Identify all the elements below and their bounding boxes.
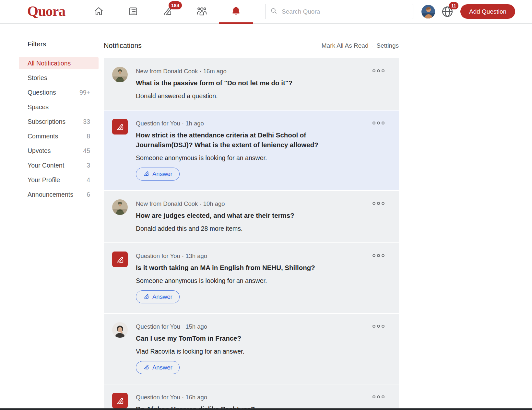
- following-list-icon: [128, 6, 138, 18]
- answer-button[interactable]: Answer: [136, 290, 180, 303]
- dot-icon: [372, 202, 375, 205]
- sidebar-item-spaces[interactable]: Spaces: [19, 101, 99, 113]
- sidebar-item-subscriptions[interactable]: Subscriptions 33: [19, 115, 99, 128]
- question-pencil-icon: [112, 393, 128, 408]
- notification-lead: [112, 67, 128, 100]
- nav-answer[interactable]: 184: [150, 0, 184, 23]
- nav-notifications[interactable]: [219, 0, 253, 23]
- answer-pencil-icon: [143, 293, 149, 301]
- sidebar-item-count: 6: [87, 191, 90, 198]
- quora-logo[interactable]: Quora: [27, 3, 65, 19]
- nav-following[interactable]: [116, 0, 150, 23]
- notification-lead: [112, 252, 128, 303]
- sender-avatar[interactable]: [112, 67, 128, 82]
- notification-title[interactable]: How are judges elected, and what are the…: [136, 211, 350, 220]
- sidebar-item-label: Upvotes: [28, 147, 51, 155]
- sidebar-item-count: 33: [83, 118, 90, 125]
- dot-icon: [372, 395, 375, 398]
- header-actions: Mark All As Read · Settings: [322, 42, 399, 49]
- search-input[interactable]: [281, 8, 409, 16]
- dot-icon: [377, 395, 380, 398]
- sidebar-item-label: Stories: [28, 74, 47, 82]
- sidebar-item-announcements[interactable]: Announcements 6: [19, 188, 99, 201]
- sender-avatar[interactable]: [112, 322, 128, 338]
- dot-icon: [382, 202, 384, 205]
- notification-title[interactable]: What is the passive form of "Do not let …: [136, 78, 350, 88]
- sidebar-item-label: Subscriptions: [28, 118, 65, 125]
- notification-title[interactable]: Is it worth taking an MA in English from…: [136, 263, 350, 273]
- notification-content: Question for You · 15h ago Can I use my …: [136, 322, 360, 374]
- notification-meta: New from Donald Cook · 10h ago: [136, 200, 360, 208]
- notification-card[interactable]: Question for You · 16h ago Do Afghan Haz…: [104, 384, 399, 410]
- dot-icon: [382, 69, 384, 72]
- sidebar-item-all-notifications[interactable]: All Notifications: [19, 57, 99, 69]
- sidebar-item-count: 99+: [79, 89, 90, 96]
- notification-meta: Question for You · 1h ago: [136, 120, 360, 127]
- notification-content: Question for You · 16h ago Do Afghan Haz…: [136, 393, 360, 410]
- sidebar-item-label: Comments: [28, 133, 58, 140]
- sidebar-item-comments[interactable]: Comments 8: [19, 130, 99, 142]
- notification-card[interactable]: Question for You · 13h ago Is it worth t…: [104, 243, 399, 313]
- card-menu-button[interactable]: [372, 325, 384, 328]
- answer-pencil-icon: [143, 170, 149, 178]
- dot-icon: [382, 122, 384, 124]
- sidebar-item-label: Spaces: [28, 103, 49, 111]
- profile-avatar[interactable]: [421, 5, 435, 18]
- sidebar-item-upvotes[interactable]: Upvotes 45: [19, 145, 99, 157]
- notification-body: Someone anonymous is looking for an answ…: [136, 276, 360, 285]
- answer-button[interactable]: Answer: [136, 361, 180, 374]
- notification-meta: Question for You · 16h ago: [136, 393, 360, 401]
- add-question-button[interactable]: Add Question: [460, 4, 515, 19]
- spaces-people-icon: [196, 6, 207, 18]
- sidebar-item-label: All Notifications: [28, 60, 71, 67]
- notification-title[interactable]: Can I use my TomTom in France?: [136, 334, 350, 343]
- answer-button[interactable]: Answer: [136, 168, 180, 181]
- sidebar-item-stories[interactable]: Stories: [19, 72, 99, 84]
- notifications-header: Notifications Mark All As Read · Setting…: [104, 40, 399, 51]
- sidebar-item-your-profile[interactable]: Your Profile 4: [19, 174, 99, 186]
- notifications-list: New from Donald Cook · 16m ago What is t…: [104, 58, 399, 410]
- dot-icon: [377, 325, 380, 328]
- notification-lead: [112, 322, 128, 374]
- notification-lead: [112, 199, 128, 233]
- card-menu-button[interactable]: [372, 69, 384, 72]
- mark-all-read-link[interactable]: Mark All As Read: [322, 42, 369, 49]
- sidebar-item-count: 3: [87, 162, 90, 169]
- notification-body: Someone anonymous is looking for an answ…: [136, 154, 360, 162]
- card-menu-button[interactable]: [372, 395, 384, 398]
- sender-avatar[interactable]: [112, 199, 128, 215]
- notification-card[interactable]: Question for You · 15h ago Can I use my …: [104, 314, 399, 384]
- sidebar-divider: [28, 54, 90, 54]
- sidebar-item-your-content[interactable]: Your Content 3: [19, 159, 99, 171]
- nav-home[interactable]: [81, 0, 116, 23]
- sidebar-item-questions[interactable]: Questions 99+: [19, 86, 99, 99]
- actions-separator: ·: [372, 42, 373, 49]
- sidebar-item-count: 4: [87, 176, 90, 184]
- search-icon: [270, 7, 278, 16]
- settings-link[interactable]: Settings: [376, 42, 399, 49]
- filters-list: All Notifications Stories Questions 99+ …: [19, 57, 99, 201]
- notifications-bell-icon: [231, 6, 242, 18]
- top-nav: Quora: [0, 0, 532, 24]
- notification-card[interactable]: New from Donald Cook · 16m ago What is t…: [104, 58, 399, 110]
- answer-count-badge: 184: [169, 1, 182, 9]
- dot-icon: [377, 202, 380, 205]
- main-nav: 184: [81, 0, 253, 23]
- answer-button-label: Answer: [152, 364, 172, 371]
- card-menu-button[interactable]: [372, 122, 384, 124]
- notification-title[interactable]: How strict is the attendance criteria at…: [136, 130, 350, 150]
- dot-icon: [377, 254, 380, 257]
- notification-card[interactable]: New from Donald Cook · 10h ago How are j…: [104, 191, 399, 242]
- notification-content: New from Donald Cook · 16m ago What is t…: [136, 67, 360, 100]
- dot-icon: [372, 254, 375, 257]
- notification-card[interactable]: Question for You · 1h ago How strict is …: [104, 111, 399, 190]
- card-menu-button[interactable]: [372, 202, 384, 205]
- sidebar-item-count: 45: [83, 147, 90, 155]
- search-box: [265, 4, 413, 19]
- answer-button-label: Answer: [152, 293, 172, 300]
- dot-icon: [382, 395, 384, 398]
- question-pencil-icon: [112, 119, 128, 135]
- nav-spaces[interactable]: [184, 0, 219, 23]
- sidebar-item-label: Questions: [28, 89, 56, 96]
- card-menu-button[interactable]: [372, 254, 384, 257]
